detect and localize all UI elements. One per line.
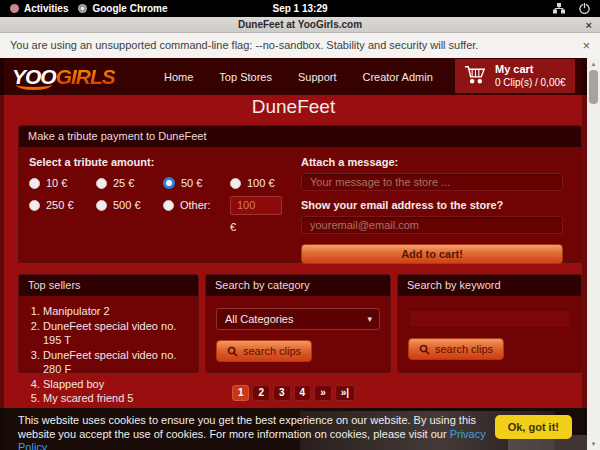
webpage: YOOGIRLS Home Top Stores Support Creator… — [0, 58, 600, 450]
my-cart-button[interactable]: My cart 0 Clip(s) / 0,00€ — [455, 59, 575, 93]
power-icon[interactable] — [579, 3, 590, 14]
main-nav: Home Top Stores Support Creator Admin — [164, 71, 433, 83]
cookie-consent-bar: This website uses cookies to ensure you … — [0, 408, 600, 450]
left-edge-shadow — [0, 58, 4, 450]
search-icon — [419, 344, 430, 355]
chrome-warning-bar: You are using an unsupported command-lin… — [0, 33, 600, 58]
radio-icon[interactable] — [230, 178, 241, 189]
pagination: 1 2 3 4 » »| — [0, 385, 587, 401]
cart-icon — [463, 63, 487, 90]
nav-item-creator-admin[interactable]: Creator Admin — [362, 71, 432, 83]
tribute-amount-label: Select a tribute amount: — [29, 156, 154, 168]
nav-item-top-stores[interactable]: Top Stores — [219, 71, 272, 83]
radio-icon[interactable] — [29, 200, 40, 211]
amount-option-250[interactable]: 250 € — [29, 199, 96, 211]
amount-label: 500 € — [113, 199, 141, 211]
page-title: DuneFeet — [0, 96, 587, 118]
page-button-next[interactable]: » — [314, 385, 332, 401]
message-label: Attach a message: — [301, 156, 563, 168]
message-input[interactable] — [301, 173, 563, 191]
system-tray — [553, 3, 590, 14]
search-category-panel: Search by category All Categories ▾ sear… — [205, 274, 391, 373]
gnome-top-bar: Activities Google Chrome Sep 1 13:29 — [0, 0, 600, 17]
currency-label: € — [230, 221, 297, 233]
tribute-amount-options: 10 € 25 € 50 € 100 € 250 € 500 € Other: … — [29, 172, 297, 238]
search-clips-label: search clips — [243, 345, 301, 357]
network-icon[interactable] — [553, 3, 565, 14]
cart-title: My cart — [495, 63, 566, 77]
search-clips-label: search clips — [435, 343, 493, 355]
nav-item-support[interactable]: Support — [298, 71, 337, 83]
warning-close-icon[interactable]: × — [582, 33, 590, 58]
amount-option-100[interactable]: 100 € — [230, 177, 297, 189]
cookie-message-text: This website uses cookies to ensure you … — [18, 414, 476, 440]
radio-icon[interactable] — [96, 178, 107, 189]
category-select[interactable]: All Categories ▾ — [216, 308, 380, 330]
tribute-message-column: Attach a message: Show your email addres… — [301, 152, 563, 264]
top-sellers-panel: Top sellers Manipulator 2 DuneFeet speci… — [18, 274, 199, 373]
top-seller-item[interactable]: DuneFeet special video no. 195 T — [43, 319, 192, 348]
page-button-2[interactable]: 2 — [252, 385, 270, 401]
tribute-panel: Make a tribute payment to DuneFeet Selec… — [18, 125, 582, 263]
radio-checked-icon[interactable] — [163, 177, 175, 189]
scroll-up-icon[interactable]: ▲ — [587, 59, 600, 69]
email-input[interactable] — [301, 216, 563, 234]
amount-option-50[interactable]: 50 € — [163, 177, 230, 189]
cart-summary: 0 Clip(s) / 0,00€ — [495, 77, 566, 90]
site-logo[interactable]: YOOGIRLS — [12, 58, 150, 95]
page-button-1[interactable]: 1 — [232, 385, 250, 401]
amount-label: Other: — [180, 199, 211, 211]
page-button-4[interactable]: 4 — [294, 385, 312, 401]
scroll-down-icon[interactable]: ▼ — [587, 439, 600, 449]
page-button-3[interactable]: 3 — [273, 385, 291, 401]
amount-label: 10 € — [46, 177, 67, 189]
search-keyword-header: Search by keyword — [398, 275, 581, 296]
site-header: YOOGIRLS Home Top Stores Support Creator… — [0, 58, 587, 95]
search-icon — [227, 346, 238, 357]
other-amount-input[interactable] — [230, 196, 282, 215]
keyword-input[interactable] — [408, 308, 571, 328]
amount-label: 25 € — [113, 177, 134, 189]
clock[interactable]: Sep 1 13:29 — [0, 3, 600, 14]
scrollbar-thumb[interactable] — [589, 70, 598, 104]
radio-icon[interactable] — [96, 200, 107, 211]
amount-option-25[interactable]: 25 € — [96, 177, 163, 189]
search-clips-keyword-button[interactable]: search clips — [408, 338, 504, 360]
top-sellers-header: Top sellers — [19, 275, 198, 296]
search-keyword-panel: Search by keyword search clips — [397, 274, 582, 373]
amount-label: 50 € — [181, 177, 202, 189]
logo-text-girls: GIRLS — [56, 65, 115, 88]
nav-item-home[interactable]: Home — [164, 71, 193, 83]
tribute-panel-header: Make a tribute payment to DuneFeet — [19, 126, 581, 147]
search-category-header: Search by category — [206, 275, 390, 296]
warning-text: You are using an unsupported command-lin… — [10, 39, 478, 51]
browser-scrollbar[interactable]: ▲ ▼ — [587, 58, 600, 450]
amount-option-500[interactable]: 500 € — [96, 199, 163, 211]
top-seller-item[interactable]: DuneFeet special video no. 280 F — [43, 348, 192, 377]
logo-smile-icon — [16, 79, 52, 90]
search-clips-category-button[interactable]: search clips — [216, 340, 312, 362]
radio-icon[interactable] — [163, 200, 174, 211]
email-label: Show your email address to the store? — [301, 199, 563, 211]
amount-label: 100 € — [247, 177, 275, 189]
chevron-down-icon: ▾ — [367, 309, 372, 329]
top-seller-item[interactable]: Manipulator 2 — [43, 304, 192, 319]
amount-label: 250 € — [46, 199, 74, 211]
cookie-message: This website uses cookies to ensure you … — [18, 414, 490, 450]
window-close-icon[interactable]: × — [586, 17, 592, 33]
cookie-accept-button[interactable]: Ok, got it! — [495, 415, 572, 439]
amount-option-other[interactable]: Other: — [163, 199, 230, 211]
category-selected-option: All Categories — [225, 313, 293, 325]
window-title-bar: DuneFeet at YooGirls.com × — [0, 17, 600, 33]
add-to-cart-button[interactable]: Add to cart! — [301, 244, 563, 264]
page-button-last[interactable]: »| — [335, 385, 355, 401]
window-title: DuneFeet at YooGirls.com — [238, 19, 362, 30]
radio-icon[interactable] — [29, 178, 40, 189]
amount-option-10[interactable]: 10 € — [29, 177, 96, 189]
